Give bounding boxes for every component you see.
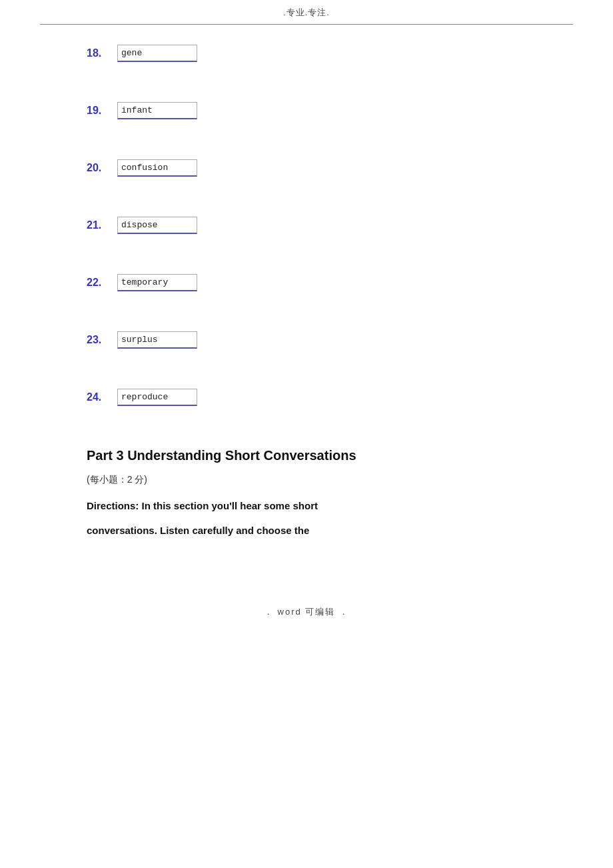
content-area: 18. 19. 20. 21. 22. 23. 24. Part 3 Under… <box>0 25 613 573</box>
part3-section: Part 3 Understanding Short Conversations… <box>87 446 526 539</box>
question-row-22: 22. <box>87 274 526 291</box>
question-number-19: 19. <box>87 105 113 117</box>
header-text: .专业.专注. <box>283 7 330 19</box>
question-number-20: 20. <box>87 162 113 174</box>
directions-line2: conversations. Listen carefully and choo… <box>87 521 526 539</box>
question-number-21: 21. <box>87 219 113 231</box>
question-row-20: 20. <box>87 159 526 177</box>
answer-input-24[interactable] <box>117 389 197 406</box>
question-row-18: 18. <box>87 45 526 62</box>
question-number-18: 18. <box>87 47 113 59</box>
question-row-19: 19. <box>87 102 526 119</box>
question-row-21: 21. <box>87 217 526 234</box>
answer-input-18[interactable] <box>117 45 197 62</box>
part3-title: Part 3 Understanding Short Conversations <box>87 446 526 465</box>
part3-score-note: (每小题：2 分) <box>87 474 526 486</box>
answer-input-23[interactable] <box>117 331 197 349</box>
question-number-24: 24. <box>87 391 113 403</box>
question-row-23: 23. <box>87 331 526 349</box>
answer-input-19[interactable] <box>117 102 197 119</box>
question-number-22: 22. <box>87 277 113 289</box>
answer-input-21[interactable] <box>117 217 197 234</box>
page-header: .专业.专注. <box>40 0 573 25</box>
question-number-23: 23. <box>87 334 113 346</box>
footer-text: ． word 可编辑 ． <box>264 606 349 618</box>
question-row-24: 24. <box>87 389 526 406</box>
page-footer: ． word 可编辑 ． <box>0 599 613 625</box>
answer-input-22[interactable] <box>117 274 197 291</box>
directions-line1: Directions: In this section you'll hear … <box>87 497 526 515</box>
answer-input-20[interactable] <box>117 159 197 177</box>
